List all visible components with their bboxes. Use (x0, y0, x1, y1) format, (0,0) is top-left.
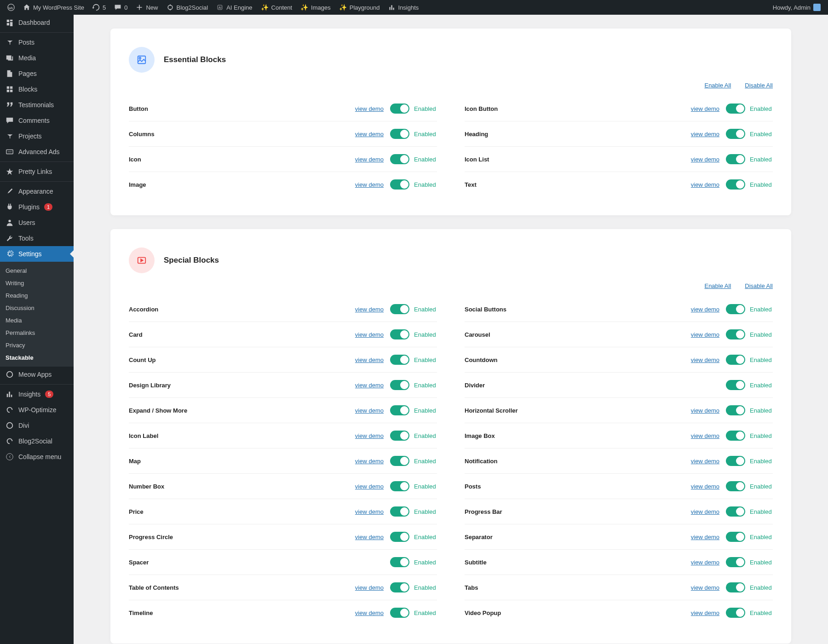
sidebar-item-comments[interactable]: Comments (0, 113, 74, 128)
enable-toggle[interactable] (726, 380, 745, 390)
enable-toggle[interactable] (390, 329, 409, 339)
disable-all-link[interactable]: Disable All (745, 82, 773, 89)
sidebar-item-insights[interactable]: Insights5 (0, 384, 74, 402)
new-content[interactable]: New (132, 0, 161, 15)
sidebar-item-tools[interactable]: Tools (0, 230, 74, 246)
enable-toggle[interactable] (390, 582, 409, 592)
sidebar-item-testimonials[interactable]: Testimonials (0, 97, 74, 113)
toolbar-insights[interactable]: Insights (385, 0, 423, 15)
enable-toggle[interactable] (726, 355, 745, 365)
enable-toggle[interactable] (726, 456, 745, 466)
wp-logo[interactable] (4, 0, 18, 15)
sidebar-item-pages[interactable]: Pages (0, 66, 74, 81)
submenu-item-reading[interactable]: Reading (0, 289, 74, 302)
enable-toggle[interactable] (390, 129, 409, 139)
enable-toggle[interactable] (726, 506, 745, 517)
enable-toggle[interactable] (390, 405, 409, 415)
view-demo-link[interactable]: view demo (355, 181, 384, 188)
submenu-item-stackable[interactable]: Stackable (0, 351, 74, 364)
enable-toggle[interactable] (390, 104, 409, 114)
sidebar-item-dashboard[interactable]: Dashboard (0, 15, 74, 30)
enable-toggle[interactable] (726, 431, 745, 441)
enable-toggle[interactable] (726, 481, 745, 491)
howdy-account[interactable]: Howdy, Admin (769, 0, 824, 15)
view-demo-link[interactable]: view demo (355, 382, 384, 389)
view-demo-link[interactable]: view demo (355, 407, 384, 414)
view-demo-link[interactable]: view demo (355, 534, 384, 540)
submenu-item-permalinks[interactable]: Permalinks (0, 327, 74, 339)
view-demo-link[interactable]: view demo (355, 105, 384, 112)
sidebar-item-plugins[interactable]: Plugins1 (0, 199, 74, 215)
view-demo-link[interactable]: view demo (691, 105, 719, 112)
toolbar-images[interactable]: ✨Images (297, 0, 334, 15)
view-demo-link[interactable]: view demo (691, 432, 719, 439)
view-demo-link[interactable]: view demo (355, 306, 384, 313)
view-demo-link[interactable]: view demo (691, 584, 719, 591)
site-name[interactable]: My WordPress Site (19, 0, 88, 15)
enable-toggle[interactable] (726, 582, 745, 592)
sidebar-item-appearance[interactable]: Appearance (0, 181, 74, 199)
enable-toggle[interactable] (390, 506, 409, 517)
view-demo-link[interactable]: view demo (355, 131, 384, 138)
enable-toggle[interactable] (726, 129, 745, 139)
view-demo-link[interactable]: view demo (355, 584, 384, 591)
sidebar-item-media[interactable]: Media (0, 50, 74, 66)
view-demo-link[interactable]: view demo (691, 508, 719, 515)
sidebar-item-wp-optimize[interactable]: WP-Optimize (0, 402, 74, 418)
sidebar-item-blog2social[interactable]: Blog2Social (0, 433, 74, 449)
sidebar-item-pretty-links[interactable]: Pretty Links (0, 161, 74, 179)
view-demo-link[interactable]: view demo (691, 156, 719, 163)
view-demo-link[interactable]: view demo (691, 331, 719, 338)
view-demo-link[interactable]: view demo (691, 610, 719, 616)
enable-toggle[interactable] (726, 608, 745, 618)
sidebar-item-users[interactable]: Users (0, 215, 74, 230)
view-demo-link[interactable]: view demo (355, 356, 384, 363)
sidebar-item-divi[interactable]: Divi (0, 418, 74, 433)
view-demo-link[interactable]: view demo (691, 559, 719, 566)
submenu-item-general[interactable]: General (0, 264, 74, 277)
view-demo-link[interactable]: view demo (691, 534, 719, 540)
view-demo-link[interactable]: view demo (355, 331, 384, 338)
enable-toggle[interactable] (726, 304, 745, 314)
view-demo-link[interactable]: view demo (691, 131, 719, 138)
enable-toggle[interactable] (390, 557, 409, 567)
sidebar-item-posts[interactable]: Posts (0, 32, 74, 50)
view-demo-link[interactable]: view demo (691, 306, 719, 313)
view-demo-link[interactable]: view demo (355, 156, 384, 163)
enable-toggle[interactable] (390, 532, 409, 542)
enable-toggle[interactable] (726, 179, 745, 190)
enable-toggle[interactable] (726, 532, 745, 542)
enable-toggle[interactable] (726, 154, 745, 164)
enable-toggle[interactable] (726, 557, 745, 567)
toolbar-blog2social[interactable]: Blog2Social (163, 0, 212, 15)
enable-toggle[interactable] (390, 481, 409, 491)
view-demo-link[interactable]: view demo (355, 508, 384, 515)
sidebar-item-collapse-menu[interactable]: Collapse menu (0, 449, 74, 465)
sidebar-item-meow-apps[interactable]: Meow Apps (0, 367, 74, 382)
enable-toggle[interactable] (390, 179, 409, 190)
sidebar-item-settings[interactable]: Settings (0, 246, 74, 262)
view-demo-link[interactable]: view demo (355, 610, 384, 616)
enable-all-link[interactable]: Enable All (704, 282, 731, 289)
enable-toggle[interactable] (726, 329, 745, 339)
disable-all-link[interactable]: Disable All (745, 282, 773, 289)
enable-toggle[interactable] (390, 456, 409, 466)
enable-toggle[interactable] (726, 104, 745, 114)
submenu-item-privacy[interactable]: Privacy (0, 339, 74, 351)
view-demo-link[interactable]: view demo (691, 356, 719, 363)
toolbar-content[interactable]: ✨Content (257, 0, 296, 15)
view-demo-link[interactable]: view demo (355, 483, 384, 490)
enable-toggle[interactable] (390, 608, 409, 618)
view-demo-link[interactable]: view demo (691, 458, 719, 465)
submenu-item-writing[interactable]: Writing (0, 277, 74, 289)
view-demo-link[interactable]: view demo (691, 483, 719, 490)
enable-toggle[interactable] (390, 380, 409, 390)
sidebar-item-projects[interactable]: Projects (0, 128, 74, 144)
view-demo-link[interactable]: view demo (691, 181, 719, 188)
sidebar-item-advanced-ads[interactable]: Advanced Ads (0, 144, 74, 160)
updates[interactable]: 5 (89, 0, 109, 15)
enable-toggle[interactable] (390, 431, 409, 441)
view-demo-link[interactable]: view demo (355, 432, 384, 439)
submenu-item-discussion[interactable]: Discussion (0, 302, 74, 314)
comments-count[interactable]: 0 (110, 0, 131, 15)
